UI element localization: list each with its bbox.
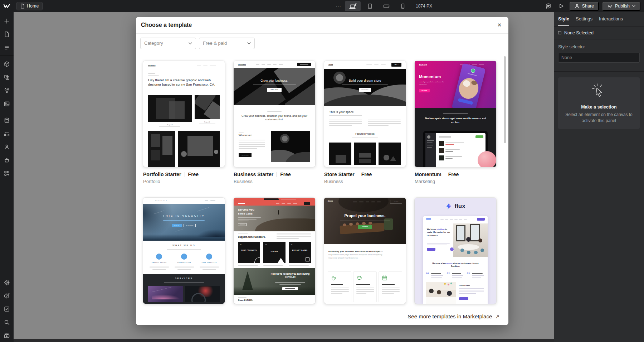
empty-state-title: Make a selection <box>581 105 616 110</box>
style-selector-input[interactable] <box>558 53 640 63</box>
styles-icon[interactable] <box>0 84 14 97</box>
thumb-logo: VELOCITY <box>155 200 167 202</box>
template-card-store-starter[interactable]: Store CART 0 Build your dream store LEAR… <box>324 61 406 167</box>
breakpoint-desktop-button[interactable] <box>345 1 361 11</box>
left-toolbar <box>0 12 14 342</box>
search-icon[interactable] <box>0 315 14 329</box>
more-breakpoints-icon[interactable]: ⋯ <box>336 3 341 9</box>
breakpoint-tablet-button[interactable] <box>363 1 377 11</box>
price-dropdown[interactable]: Free & paid <box>199 38 255 49</box>
canvas-width-label: 1874 PX <box>416 4 432 9</box>
breakpoint-phone-landscape-button[interactable] <box>379 1 394 11</box>
category-dropdown[interactable]: Category <box>140 38 196 49</box>
thumb-image <box>148 131 175 167</box>
thumb-product <box>354 143 376 165</box>
thumb-hero-title: Grow your business. <box>234 79 315 82</box>
thumb-hero-button: LEARN MORE <box>267 88 282 92</box>
thumb-hero-title: Propel your business. <box>324 213 406 218</box>
template-label: Business Starter Free <box>234 172 315 177</box>
thumb-badge <box>450 247 454 251</box>
thumb-image <box>148 95 192 122</box>
thumb-logo-row: flux <box>415 203 496 210</box>
webflow-logo-icon[interactable] <box>0 0 14 12</box>
thumb-announcement-bar <box>234 198 315 201</box>
comments-icon[interactable] <box>544 1 553 11</box>
help-icon[interactable] <box>0 289 14 302</box>
template-label: Store Starter Free <box>324 172 406 177</box>
thumb-feature-icon <box>206 254 212 260</box>
breakpoint-phone-portrait-button[interactable] <box>396 1 410 11</box>
template-cell: VELOCITY THIS IS VELOCITY SIGN UP <box>143 198 225 304</box>
thumb-image <box>271 131 310 162</box>
tab-settings[interactable]: Settings <box>576 12 592 26</box>
preview-icon[interactable] <box>557 1 566 11</box>
thumb-hero: Grow your business. LEARN MORE <box>234 68 315 105</box>
template-card-propel[interactable]: Spoon Get Started Propel your business. … <box>324 198 406 304</box>
reasons-post: why our customers choose Sandbox. <box>451 262 479 267</box>
tab-style[interactable]: Style <box>558 12 569 26</box>
template-price: Free <box>280 172 291 177</box>
template-card-momentum[interactable]: Richard Momentum Launch y <box>415 61 496 167</box>
template-card-portfolio-starter[interactable]: Portfolio Hey there! I'm a creative grap… <box>143 61 225 167</box>
audit-icon[interactable] <box>0 302 14 315</box>
thumb-hero-line1: Serving you <box>238 208 254 211</box>
template-card-business-starter[interactable]: Business Grow your business. LEARN MORE <box>234 61 315 167</box>
person-icon <box>575 4 580 9</box>
modal-footer: See more templates in Marketplace ↗ <box>136 308 508 325</box>
cms-icon[interactable] <box>0 114 14 127</box>
headline-em: solutions <box>436 228 444 230</box>
thumb-product <box>329 143 351 165</box>
close-icon[interactable]: ✕ <box>495 20 504 30</box>
site-settings-icon[interactable] <box>0 276 14 289</box>
thumb-hero-line2: since 1989. <box>238 212 253 215</box>
template-card-flux[interactable]: flux <box>415 198 496 304</box>
toolbar-divider <box>0 112 14 112</box>
video-tutorials-icon[interactable] <box>0 329 14 342</box>
thumb-feature-icon <box>156 254 162 260</box>
thumb-logo: Richard <box>419 63 427 66</box>
label-divider <box>445 172 445 177</box>
thumb-reasons: Here are a few reasons why our customers… <box>429 262 482 268</box>
tab-interactions[interactable]: Interactions <box>599 12 623 26</box>
thumb-tile: 02 DONATE <box>263 242 286 263</box>
headline-pre: We bring <box>427 228 436 230</box>
thumb-navbar <box>234 201 315 206</box>
navigator-icon[interactable] <box>0 41 14 54</box>
marketplace-link[interactable]: See more templates in Marketplace <box>408 313 492 319</box>
thumb-feature-label: FREE TEMPLATES <box>197 262 222 264</box>
home-button[interactable]: Home <box>16 2 43 10</box>
thumb-what-title: WHAT WE DO <box>143 244 225 246</box>
logic-icon[interactable] <box>0 127 14 140</box>
thumb-space-title: This is your space <box>329 110 354 114</box>
ecommerce-icon[interactable] <box>0 153 14 167</box>
thumb-num: 02 <box>447 272 450 275</box>
thumb-hero-button: Get the app <box>419 89 430 92</box>
template-price: Free <box>188 172 199 177</box>
template-name: Momentum <box>415 172 441 177</box>
thumb-cart-button: CART 0 <box>391 63 401 67</box>
thumb-tile-num: 02 <box>265 244 267 245</box>
template-price: Free <box>448 172 459 177</box>
share-button[interactable]: Share <box>570 2 599 11</box>
thumb-num: 03 <box>467 272 470 275</box>
apps-icon[interactable] <box>0 167 14 180</box>
thumb-tile: 01 SHOP PRODUCTS <box>238 242 260 263</box>
add-elements-icon[interactable] <box>0 14 14 28</box>
assets-icon[interactable] <box>0 97 14 110</box>
template-cell: Richard Momentum Launch y <box>415 61 496 184</box>
thumb-services-section: SERVICES <box>143 274 225 304</box>
components-icon[interactable] <box>0 57 14 71</box>
modal-scrollbar[interactable] <box>504 56 506 143</box>
thumb-statement: Nullam quis risus eget urna mollis ornar… <box>423 117 488 125</box>
variables-icon[interactable] <box>0 71 14 84</box>
thumb-hero: THIS IS VELOCITY SIGN UP LEARN MORE <box>143 204 225 241</box>
thumb-tile: 03 BUY GIFT CARDS <box>289 242 311 263</box>
template-card-acme-outdoors[interactable]: Serving you since 1989. Support Acme Out… <box>234 198 315 304</box>
flux-bolt-icon <box>445 203 452 210</box>
template-card-velocity[interactable]: VELOCITY THIS IS VELOCITY SIGN UP <box>143 198 225 304</box>
thumb-hero-title: Build your dream store <box>324 79 406 82</box>
users-icon[interactable] <box>0 140 14 153</box>
publish-button[interactable]: Publish <box>602 2 640 11</box>
template-cell: flux <box>415 198 496 304</box>
pages-icon[interactable] <box>0 28 14 41</box>
